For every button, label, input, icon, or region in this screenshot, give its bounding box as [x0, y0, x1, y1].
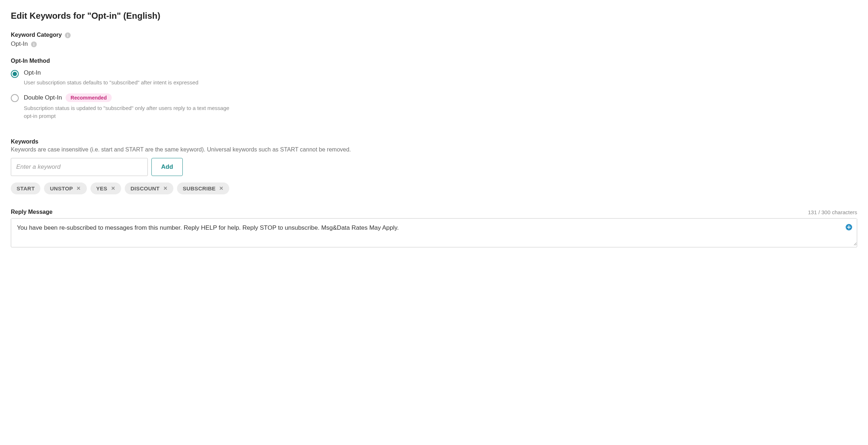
radio-title: Double Opt-In Recommended [24, 93, 240, 102]
keyword-category-label: Keyword Category [11, 32, 62, 38]
reply-box [11, 218, 857, 248]
add-button[interactable]: Add [151, 158, 183, 176]
radio-title-text: Double Opt-In [24, 94, 62, 101]
recommended-badge: Recommended [66, 93, 112, 102]
add-icon[interactable] [845, 224, 852, 231]
reply-message-label: Reply Message [11, 209, 53, 215]
opt-in-method-label: Opt-In Method [11, 58, 50, 64]
keyword-category-value-text: Opt-In [11, 40, 28, 47]
keyword-chip-text: UNSTOP [50, 185, 73, 191]
keyword-chip-text: SUBSCRIBE [183, 185, 216, 191]
keywords-label: Keywords [11, 138, 38, 145]
info-icon[interactable]: i [31, 41, 37, 47]
keyword-chip-text: START [17, 185, 35, 191]
close-icon[interactable]: ✕ [111, 186, 115, 191]
keyword-chip: SUBSCRIBE✕ [177, 182, 229, 194]
keywords-hint: Keywords are case insensitive (i.e. star… [11, 146, 857, 153]
reply-message-section: Reply Message 131 / 300 characters [11, 209, 857, 248]
keyword-chip: YES✕ [90, 182, 121, 194]
keywords-section: Keywords Keywords are case insensitive (… [11, 138, 857, 194]
radio-option-opt-in[interactable]: Opt-In User subscription status defaults… [11, 69, 857, 87]
reply-message-textarea[interactable] [11, 219, 857, 246]
info-icon[interactable]: i [65, 32, 71, 38]
keyword-chip-text: YES [96, 185, 107, 191]
close-icon[interactable]: ✕ [163, 186, 168, 191]
page-title: Edit Keywords for "Opt-in" (English) [11, 11, 857, 21]
radio-title: Opt-In [24, 69, 240, 76]
radio-content: Opt-In User subscription status defaults… [24, 69, 240, 87]
keyword-input[interactable] [11, 158, 148, 176]
close-icon[interactable]: ✕ [219, 186, 223, 191]
svg-rect-2 [847, 227, 851, 228]
keyword-category-section: Keyword Category i Opt-In i [11, 32, 857, 48]
reply-header: Reply Message 131 / 300 characters [11, 209, 857, 215]
radio-description: User subscription status defaults to "su… [24, 79, 240, 87]
keyword-chip: START [11, 182, 40, 194]
radio-option-double-opt-in[interactable]: Double Opt-In Recommended Subscription s… [11, 93, 857, 120]
character-count: 131 / 300 characters [808, 209, 857, 215]
keyword-chip-text: DISCOUNT [130, 185, 160, 191]
keyword-chip: DISCOUNT✕ [125, 182, 173, 194]
keyword-category-value: Opt-In i [11, 40, 857, 48]
keyword-input-row: Add [11, 158, 857, 176]
radio-input[interactable] [11, 94, 19, 102]
opt-in-method-section: Opt-In Method Opt-In User subscription s… [11, 58, 857, 120]
radio-input[interactable] [11, 70, 19, 78]
radio-title-text: Opt-In [24, 69, 41, 76]
radio-content: Double Opt-In Recommended Subscription s… [24, 93, 240, 120]
radio-description: Subscription status is updated to "subsc… [24, 104, 240, 120]
keyword-chip: UNSTOP✕ [44, 182, 87, 194]
keyword-chips: STARTUNSTOP✕YES✕DISCOUNT✕SUBSCRIBE✕ [11, 182, 857, 194]
close-icon[interactable]: ✕ [76, 186, 81, 191]
